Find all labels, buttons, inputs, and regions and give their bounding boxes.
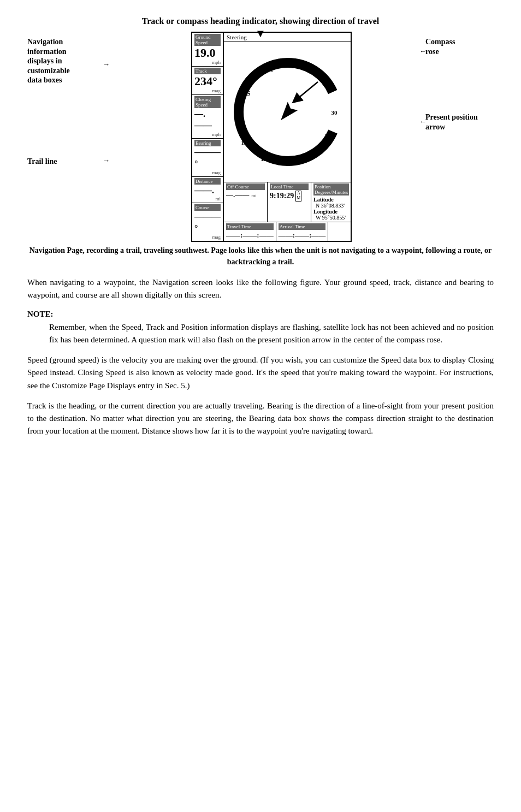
arrival-time-label: Arrival Time xyxy=(279,223,326,230)
bearing-unit: mag xyxy=(194,170,221,175)
off-course-label: Off Course xyxy=(226,183,265,190)
position-label: Position Degrees/Minutes xyxy=(313,183,349,195)
am-pm-badge: AM xyxy=(295,191,301,201)
body-paragraph-1: When navigating to a waypoint, the Navig… xyxy=(27,276,494,302)
left-labels-group: Navigation information displays in custo… xyxy=(27,37,104,85)
local-time-cell: Local Time 9:19:29 AM xyxy=(268,182,311,222)
travel-time-label: Travel Time xyxy=(226,223,274,230)
track-value: 234° xyxy=(194,75,221,88)
track-label: Track xyxy=(194,68,221,74)
data-panel: Ground Speed 19.0 mph Track 234° mag Clo… xyxy=(192,33,224,241)
compass-rose-arrow: ← xyxy=(419,47,427,56)
bearing-label: Bearing xyxy=(194,140,221,146)
bearing-box: Bearing ———° mag xyxy=(192,139,223,177)
distance-label: Distance xyxy=(194,178,221,185)
ground-speed-box: Ground Speed 19.0 mph xyxy=(192,33,223,67)
closing-speed-unit: mph xyxy=(194,132,221,137)
right-labels-group: Compass rose xyxy=(425,37,494,57)
longitude-value: W 95°50.855' xyxy=(316,215,349,221)
compass-svg: 21 24 W 30 33 N 3 6 E xyxy=(233,57,342,167)
course-unit: mag xyxy=(194,234,221,240)
trail-arrow: → xyxy=(103,156,110,165)
note-section: NOTE: Remember, when the Speed, Track an… xyxy=(27,310,494,347)
longitude-label: Longitude xyxy=(313,209,349,215)
svg-text:6: 6 xyxy=(281,158,284,165)
off-course-unit: mi xyxy=(251,193,257,198)
nav-arrow: → xyxy=(103,60,110,69)
arrival-time-cell: Arrival Time ——:——:—— xyxy=(276,222,329,241)
ground-speed-value: 19.0 xyxy=(194,46,221,60)
closing-speed-box: Closing Speed —.—— mph xyxy=(192,95,223,139)
bottom-row-2: Travel Time ——:——:—— Arrival Time ——:——:… xyxy=(224,222,351,241)
closing-speed-value: —.—— xyxy=(194,109,221,132)
off-course-value: —.—— xyxy=(226,191,249,199)
travel-time-value: ——:——:—— xyxy=(226,231,274,239)
svg-point-17 xyxy=(275,161,277,163)
svg-point-15 xyxy=(303,63,305,66)
svg-point-16 xyxy=(285,162,287,164)
svg-text:12: 12 xyxy=(241,139,247,146)
distance-unit: mi xyxy=(194,196,221,201)
steering-label: Steering xyxy=(224,33,351,42)
ground-speed-label: Ground Speed xyxy=(194,34,221,46)
distance-value: ——. xyxy=(194,185,221,197)
present-position-arrow: ← xyxy=(419,117,427,126)
note-label: NOTE: xyxy=(27,310,494,319)
arrival-time-spacer xyxy=(328,222,351,241)
svg-text:S: S xyxy=(246,90,250,97)
trail-line-label: Trail line xyxy=(27,157,57,166)
right-panel: Steering 21 24 W 30 xyxy=(224,33,351,241)
svg-text:33: 33 xyxy=(324,133,331,139)
svg-text:15: 15 xyxy=(237,115,244,121)
caption: Navigation Page, recording a trail, trav… xyxy=(27,245,494,268)
compass-area: 21 24 W 30 33 N 3 6 E xyxy=(224,42,351,182)
note-body: Remember, when the Speed, Track and Posi… xyxy=(49,321,494,347)
svg-text:E: E xyxy=(261,155,265,163)
svg-text:3: 3 xyxy=(300,157,303,163)
compass-rose-label: Compass rose xyxy=(425,37,494,57)
present-position-label: Present position arrow xyxy=(425,112,494,132)
svg-text:N: N xyxy=(311,151,316,158)
svg-point-14 xyxy=(281,63,283,66)
svg-text:21: 21 xyxy=(267,66,273,73)
track-unit: mag xyxy=(194,88,221,93)
bottom-row-1: Off Course —.—— mi Local Time 9:19:29 AM xyxy=(224,182,351,222)
local-time-label: Local Time xyxy=(270,183,309,190)
device-display: Ground Speed 19.0 mph Track 234° mag Clo… xyxy=(191,32,352,242)
distance-box: Distance ——. mi xyxy=(192,177,223,204)
course-label: Course xyxy=(194,204,221,211)
body-paragraph-3: Track is the heading, or the current dir… xyxy=(27,400,494,438)
closing-speed-label: Closing Speed xyxy=(194,96,221,108)
travel-time-cell: Travel Time ——:——:—— xyxy=(224,222,276,241)
nav-info-label: Navigation information displays in custo… xyxy=(27,37,104,85)
latitude-label: Latitude xyxy=(313,197,349,203)
position-cell: Position Degrees/Minutes Latitude N 36°0… xyxy=(311,182,351,222)
course-box: Course ———° mag xyxy=(192,203,223,241)
course-value: ———° xyxy=(194,211,221,234)
svg-text:W: W xyxy=(323,80,329,87)
svg-text:24: 24 xyxy=(291,63,298,69)
latitude-value: N 36°08.833' xyxy=(316,203,349,209)
svg-text:30: 30 xyxy=(331,109,338,116)
bearing-value: ———° xyxy=(194,147,221,170)
page-title: Track or compass heading indicator, show… xyxy=(27,16,494,26)
track-box: Track 234° mag xyxy=(192,67,223,95)
off-course-cell: Off Course —.—— mi xyxy=(224,182,268,222)
local-time-value: 9:19:29 xyxy=(270,192,294,200)
arrival-time-value: ——:——:—— xyxy=(279,231,326,239)
ground-speed-unit: mph xyxy=(194,60,221,65)
body-paragraph-2: Speed (ground speed) is the velocity you… xyxy=(27,354,494,392)
